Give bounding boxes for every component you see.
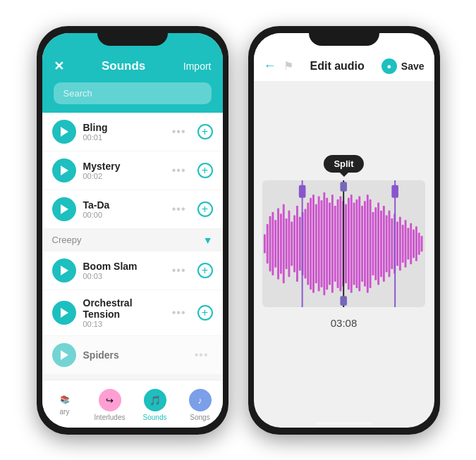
- svg-rect-65: [341, 296, 348, 306]
- notch-right: [309, 26, 379, 46]
- play-button-spiders[interactable]: [52, 343, 76, 367]
- svg-rect-17: [305, 209, 307, 278]
- edit-audio-title: Edit audio: [310, 60, 364, 73]
- svg-rect-51: [396, 221, 398, 266]
- nav-item-songs[interactable]: ♪ Songs: [178, 386, 223, 421]
- svg-rect-56: [410, 223, 413, 264]
- play-button-mystery[interactable]: [52, 158, 76, 182]
- svg-rect-8: [280, 213, 282, 274]
- save-button[interactable]: Save: [401, 61, 425, 72]
- notch: [97, 26, 168, 46]
- svg-rect-30: [340, 196, 342, 291]
- sounds-title: Sounds: [102, 59, 145, 73]
- play-button-boom-slam[interactable]: [52, 259, 76, 282]
- svg-rect-47: [386, 215, 388, 272]
- play-icon: [61, 204, 68, 214]
- sound-item-tada: Ta-Da 00:00 ••• +: [42, 190, 223, 228]
- sound-item-orchestral-tension: Orchestral Tension 00:13 ••• +: [42, 290, 223, 335]
- add-sound-button[interactable]: +: [197, 124, 213, 139]
- play-icon: [61, 308, 68, 318]
- sound-more-dots[interactable]: •••: [172, 306, 186, 319]
- search-placeholder: Search: [63, 88, 92, 99]
- sound-info-orchestral-tension: Orchestral Tension 00:13: [83, 297, 165, 328]
- category-creepy[interactable]: Creepy ▼: [42, 229, 223, 251]
- play-button-bling[interactable]: [52, 120, 76, 144]
- sound-name: Ta-Da: [83, 199, 165, 211]
- search-bar[interactable]: Search: [54, 82, 212, 104]
- svg-rect-66: [394, 180, 396, 307]
- category-expand-icon: ▼: [203, 235, 213, 246]
- sound-info-boom-slam: Boom Slam 00:03: [83, 261, 165, 280]
- svg-rect-36: [356, 199, 358, 288]
- svg-rect-27: [331, 194, 334, 293]
- back-button[interactable]: ←: [264, 58, 276, 73]
- waveform-background[interactable]: Split: [262, 180, 425, 307]
- nav-label-songs: Songs: [190, 414, 209, 421]
- svg-rect-10: [286, 218, 288, 269]
- svg-rect-13: [293, 215, 295, 272]
- sound-item-boom-slam: Boom Slam 00:03 ••• +: [42, 251, 223, 290]
- right-phone: ← ⚑ Edit audio ● Save Split: [248, 26, 440, 435]
- sound-duration: 00:01: [83, 133, 165, 142]
- play-button-tada[interactable]: [52, 197, 76, 221]
- sound-name: Boom Slam: [83, 261, 165, 272]
- svg-rect-44: [377, 202, 379, 285]
- svg-rect-18: [307, 202, 310, 285]
- svg-rect-29: [337, 199, 339, 288]
- svg-rect-55: [408, 228, 410, 259]
- sounds-screen: ✕ Sounds Import Search: [42, 33, 223, 428]
- close-button[interactable]: ✕: [54, 58, 64, 74]
- nav-label-interludes: Interludes: [94, 414, 126, 421]
- svg-rect-20: [312, 194, 315, 293]
- nav-icon-interludes: ↪: [99, 389, 121, 411]
- sound-name: Orchestral Tension: [83, 297, 165, 320]
- svg-rect-39: [364, 201, 366, 287]
- svg-rect-22: [318, 196, 320, 291]
- flag-icon[interactable]: ⚑: [283, 59, 293, 73]
- sound-info-bling: Bling 00:01: [83, 122, 165, 142]
- play-icon: [61, 350, 68, 360]
- svg-rect-21: [315, 204, 317, 283]
- add-sound-button[interactable]: +: [197, 305, 213, 321]
- svg-rect-41: [370, 199, 372, 288]
- import-button[interactable]: Import: [183, 61, 212, 72]
- nav-item-sounds[interactable]: 🎵 Sounds: [133, 386, 178, 421]
- svg-rect-23: [321, 200, 323, 287]
- sound-more-dots[interactable]: •••: [172, 125, 186, 138]
- add-sound-button[interactable]: +: [197, 201, 213, 217]
- sound-item-bling: Bling 00:01 ••• +: [42, 113, 223, 151]
- svg-rect-46: [383, 206, 385, 282]
- sound-name: Mystery: [83, 161, 165, 172]
- sound-more-dots[interactable]: •••: [172, 164, 186, 177]
- nav-icon-songs: ♪: [189, 389, 212, 411]
- home-bar-left: [104, 422, 161, 425]
- svg-rect-6: [275, 220, 277, 268]
- nav-item-library[interactable]: 📚 ary: [42, 392, 87, 416]
- sound-duration: 00:02: [83, 172, 165, 180]
- svg-rect-45: [380, 210, 382, 277]
- svg-rect-26: [329, 202, 331, 285]
- left-screen: ✕ Sounds Import Search: [42, 33, 223, 428]
- svg-rect-11: [288, 210, 291, 277]
- svg-rect-40: [367, 194, 369, 293]
- svg-rect-63: [343, 180, 345, 307]
- svg-rect-33: [348, 197, 350, 290]
- sound-item-spiders: Spiders •••: [42, 336, 223, 374]
- sound-info-mystery: Mystery 00:02: [83, 161, 165, 180]
- sound-more-dots[interactable]: •••: [172, 264, 186, 277]
- save-check-icon: ●: [386, 62, 391, 70]
- play-button-orchestral-tension[interactable]: [52, 301, 76, 325]
- add-sound-button[interactable]: +: [197, 263, 213, 278]
- sound-more-dots[interactable]: •••: [172, 203, 186, 216]
- waveform-container: Split: [254, 82, 434, 428]
- nav-label-library: ary: [60, 408, 70, 416]
- svg-rect-48: [389, 210, 391, 277]
- sound-more-dots[interactable]: •••: [195, 349, 209, 361]
- sound-name: Spiders: [83, 349, 188, 361]
- svg-rect-4: [269, 216, 271, 271]
- svg-rect-5: [272, 212, 274, 275]
- sound-name: Bling: [83, 122, 165, 133]
- time-display: 03:08: [331, 317, 358, 329]
- add-sound-button[interactable]: +: [197, 163, 213, 178]
- nav-item-interludes[interactable]: ↪ Interludes: [87, 386, 133, 421]
